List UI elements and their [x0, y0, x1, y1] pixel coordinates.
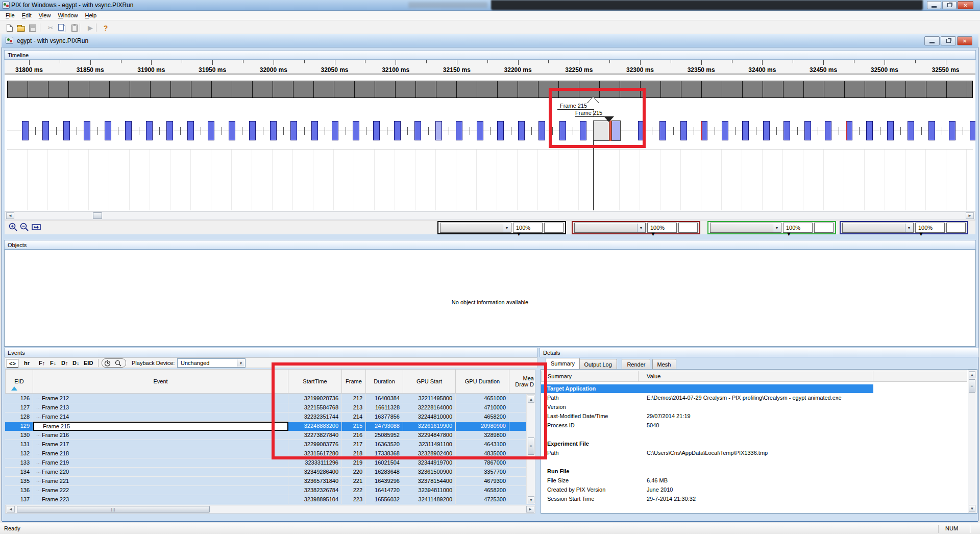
- frame-marker[interactable]: [456, 121, 462, 140]
- frame-marker[interactable]: [22, 121, 29, 140]
- zoom-percent-combo[interactable]: 100%▼: [513, 223, 543, 233]
- menu-window[interactable]: Window: [54, 11, 81, 19]
- zoom-source-combo[interactable]: ▼: [842, 223, 914, 233]
- zoom-source-combo[interactable]: ▼: [710, 223, 781, 233]
- frame-marker[interactable]: [949, 121, 955, 140]
- document-close-button[interactable]: ✕: [957, 36, 972, 45]
- frame-marker[interactable]: [887, 121, 894, 140]
- zoom-color-box[interactable]: [544, 223, 564, 233]
- value-cell[interactable]: 16283648: [366, 468, 403, 477]
- frame-marker[interactable]: [518, 121, 525, 140]
- value-cell[interactable]: 137: [5, 495, 33, 504]
- events-toolbar-button-frame-down[interactable]: F↓: [48, 359, 58, 368]
- menu-edit[interactable]: Edit: [18, 11, 35, 19]
- document-restore-button[interactable]: [941, 36, 956, 45]
- value-cell[interactable]: 223: [342, 495, 366, 504]
- value-cell[interactable]: 134: [5, 468, 33, 477]
- tab-summary[interactable]: Summary: [546, 358, 580, 369]
- frame-marker[interactable]: [105, 121, 111, 140]
- table-row[interactable]: 134···Frame 2203234928640022016283648323…: [5, 468, 527, 477]
- event-cell[interactable]: ···Frame 212: [33, 394, 288, 403]
- value-cell[interactable]: 4679300: [456, 477, 509, 486]
- event-cell[interactable]: ···Frame 214: [33, 412, 288, 422]
- event-cell[interactable]: ···Frame 221: [33, 477, 288, 486]
- zoom-color-box[interactable]: [946, 223, 966, 233]
- value-cell[interactable]: [509, 486, 527, 495]
- frame-marker[interactable]: [908, 121, 914, 140]
- value-cell[interactable]: 129: [5, 422, 33, 431]
- open-folder-button[interactable]: [15, 23, 27, 33]
- scroll-down-arrow[interactable]: ▼: [528, 496, 534, 503]
- value-cell[interactable]: 32349286400: [288, 468, 342, 477]
- value-cell[interactable]: 16414720: [366, 486, 403, 495]
- value-cell[interactable]: 130: [5, 431, 33, 440]
- value-cell[interactable]: 221: [342, 477, 366, 486]
- zoom-percent-combo[interactable]: 100%▼: [915, 223, 945, 233]
- play-button[interactable]: ▶: [85, 23, 96, 33]
- value-cell[interactable]: 220: [342, 468, 366, 477]
- frame-marker[interactable]: [928, 121, 935, 140]
- value-cell[interactable]: 131: [5, 440, 33, 449]
- value-cell[interactable]: 126: [5, 394, 33, 403]
- events-hscroll-thumb[interactable]: |||: [17, 506, 210, 513]
- frame-marker[interactable]: [394, 121, 401, 140]
- value-cell[interactable]: 16556032: [366, 495, 403, 504]
- value-cell[interactable]: 16021504: [366, 458, 403, 468]
- events-toolbar-button-angle[interactable]: <>: [7, 359, 18, 368]
- paste-button[interactable]: [69, 23, 80, 33]
- table-row[interactable]: 136···Frame 2223238232678422216414720323…: [5, 486, 527, 495]
- search-icon[interactable]: [115, 360, 121, 367]
- close-button[interactable]: ✕: [958, 1, 973, 9]
- scroll-down-arrow[interactable]: ▼: [969, 505, 975, 512]
- menu-help[interactable]: Help: [82, 11, 101, 19]
- new-document-button[interactable]: [4, 23, 15, 33]
- timeline-scroll-thumb[interactable]: [93, 212, 102, 219]
- zoom-color-box[interactable]: [678, 223, 698, 233]
- event-cell[interactable]: ···Frame 213: [33, 403, 288, 412]
- table-row[interactable]: 135···Frame 2213236573184022116439296323…: [5, 477, 527, 486]
- value-cell[interactable]: 4658200: [456, 486, 509, 495]
- value-cell[interactable]: 135: [5, 477, 33, 486]
- frame-marker[interactable]: [701, 121, 707, 140]
- frame-marker[interactable]: [435, 121, 442, 140]
- zoom-percent-combo[interactable]: 100%▼: [783, 223, 813, 233]
- frame-marker[interactable]: [783, 121, 790, 140]
- value-cell[interactable]: 32394811000: [403, 486, 456, 495]
- frame-marker[interactable]: [497, 121, 504, 140]
- event-cell[interactable]: ···Frame 216: [33, 431, 288, 440]
- frame-marker[interactable]: [125, 121, 132, 140]
- value-cell[interactable]: 7867000: [456, 458, 509, 468]
- events-toolbar-button-hr[interactable]: hr: [22, 359, 32, 368]
- tab-render[interactable]: Render: [622, 359, 650, 369]
- frame-marker[interactable]: [332, 121, 338, 140]
- value-cell[interactable]: 32378154400: [403, 477, 456, 486]
- frame-marker[interactable]: [373, 121, 380, 140]
- frame-marker[interactable]: [146, 121, 153, 140]
- event-cell[interactable]: ···Frame 218: [33, 449, 288, 458]
- events-toolbar-button-eid[interactable]: EID: [82, 359, 95, 368]
- minimize-button[interactable]: [927, 1, 941, 9]
- frame-marker[interactable]: [477, 121, 483, 140]
- playback-device-combo[interactable]: Unchanged ▼: [177, 358, 246, 368]
- zoom-out-icon[interactable]: [19, 222, 30, 232]
- table-row[interactable]: 133···Frame 2193233311129621916021504323…: [5, 458, 527, 468]
- frame-marker[interactable]: [825, 121, 831, 140]
- events-hscrollbar[interactable]: ◄ ||| ►: [5, 505, 535, 514]
- tab-mesh[interactable]: Mesh: [652, 359, 676, 369]
- frame-marker[interactable]: [63, 121, 70, 140]
- event-cell[interactable]: ···Frame 219: [33, 458, 288, 468]
- tab-output-log[interactable]: Output Log: [579, 359, 617, 369]
- frame-marker[interactable]: [353, 121, 359, 140]
- value-cell[interactable]: 133: [5, 458, 33, 468]
- zoom-percent-combo[interactable]: 100%▼: [647, 223, 677, 233]
- value-cell[interactable]: [509, 495, 527, 504]
- frame-marker[interactable]: [538, 121, 545, 140]
- menu-view[interactable]: View: [35, 11, 55, 19]
- details-vscroll-thumb[interactable]: ≡: [969, 379, 975, 393]
- timeline-ruler[interactable]: 31800 ms31850 ms31900 ms31950 ms32000 ms…: [5, 60, 975, 75]
- scroll-left-arrow[interactable]: ◄: [6, 212, 14, 219]
- value-cell[interactable]: 32382326784: [288, 486, 342, 495]
- value-cell[interactable]: 3357700: [456, 468, 509, 477]
- frame-marker[interactable]: [84, 121, 90, 140]
- value-cell[interactable]: 32365731840: [288, 477, 342, 486]
